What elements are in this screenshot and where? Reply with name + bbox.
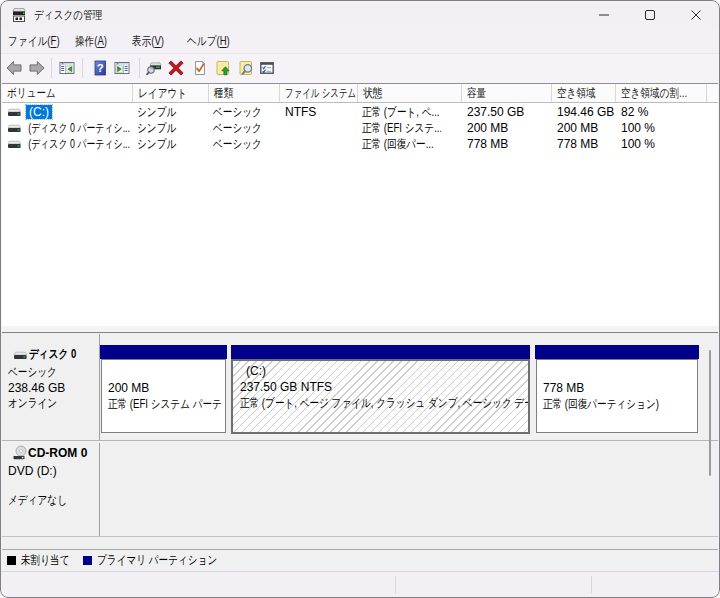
delete-volume-button[interactable] — [165, 56, 187, 79]
menu-label-pre: 表示( — [132, 34, 154, 48]
column-header-label: 容量 — [467, 84, 486, 102]
status-bar — [0, 571, 720, 598]
disk0-row: ディスク 0 ベーシック 238.46 GB オンライン 200 MB 正常 (… — [2, 334, 718, 441]
column-header-layout[interactable]: レイアウト — [133, 84, 209, 102]
menu-label-pre: ファイル( — [8, 34, 51, 48]
menu-file[interactable]: ファイル(F) — [8, 30, 60, 53]
volume-list: ボリューム レイアウト 種類 ファイル システム 状態 容量 空き領域 空き領域… — [2, 84, 718, 326]
menu-label-post: ) — [227, 34, 230, 48]
help-button[interactable]: ? — [89, 56, 111, 79]
disk0-type: ベーシック — [8, 365, 57, 380]
column-header-filesystem[interactable]: ファイル システム — [280, 84, 358, 102]
cell-type: ベーシック — [209, 136, 266, 152]
properties-button[interactable] — [256, 56, 278, 79]
explore-magnifier-icon — [238, 60, 254, 76]
menu-label-post: ) — [56, 34, 59, 48]
column-header-type[interactable]: 種類 — [209, 84, 280, 102]
menu-help[interactable]: ヘルプ(H) — [187, 30, 230, 53]
minimize-icon — [599, 10, 609, 20]
menu-action[interactable]: 操作(A) — [75, 30, 107, 53]
disk0-panel[interactable]: ディスク 0 ベーシック 238.46 GB オンライン — [2, 334, 100, 440]
back-button[interactable] — [3, 56, 25, 79]
legend-label-primary-partition: プライマリ パーティション — [97, 550, 217, 571]
show-console-tree-button[interactable] — [56, 56, 78, 79]
minimize-button[interactable] — [581, 1, 627, 29]
hard-disk-icon — [6, 136, 22, 152]
column-header-status[interactable]: 状態 — [358, 84, 462, 102]
partition-label — [108, 364, 225, 380]
rescan-disks-button[interactable] — [143, 56, 165, 79]
cell-free-percent: 100 % — [616, 120, 707, 136]
legend-label-unallocated: 未割り当て — [21, 550, 69, 571]
column-header-volume[interactable]: ボリューム — [2, 84, 133, 102]
column-header-capacity[interactable]: 容量 — [462, 84, 552, 102]
legend-swatch-unallocated — [7, 556, 16, 565]
cell-free-percent: 82 % — [616, 104, 707, 120]
status-bar-separator — [591, 576, 592, 594]
cell-filesystem — [280, 136, 358, 152]
hard-disk-icon — [6, 104, 22, 120]
action-pane-icon — [114, 60, 130, 76]
cell-type: ベーシック — [209, 104, 266, 120]
volume-row-c[interactable]: (C:) シンプル ベーシック NTFS 正常 (ブート, ペ... 237.5… — [2, 104, 718, 120]
cell-filesystem — [280, 120, 358, 136]
volume-name: (ディスク 0 パーティシ... — [26, 121, 132, 135]
cell-capacity: 237.50 GB — [462, 104, 552, 120]
disk0-status: オンライン — [8, 396, 57, 411]
open-button[interactable] — [212, 56, 234, 79]
toolbar-separator — [51, 58, 52, 78]
explore-button[interactable] — [235, 56, 257, 79]
column-header-label: 空き領域の割... — [621, 84, 687, 102]
column-header-free-percent[interactable]: 空き領域の割... — [616, 84, 707, 102]
forward-button[interactable] — [26, 56, 48, 79]
cell-free-space: 200 MB — [552, 120, 616, 136]
column-header-label: ファイル システム — [285, 84, 356, 102]
partition-efi-body: 200 MB 正常 (EFI システム パーテ — [101, 359, 226, 433]
menu-label-post: ) — [161, 34, 164, 48]
delete-x-icon — [168, 60, 184, 76]
hard-disk-icon — [12, 347, 28, 363]
check-document-icon — [192, 60, 208, 76]
title-bar: ディスクの管理 — [0, 0, 720, 30]
toolbar-separator — [139, 58, 140, 78]
cell-free-percent: 100 % — [616, 136, 707, 152]
partition-color-bar — [231, 345, 530, 359]
partition-color-bar — [535, 345, 699, 359]
partition-recovery[interactable]: 778 MB 正常 (回復パーティション) — [535, 345, 699, 434]
window-title: ディスクの管理 — [34, 0, 102, 30]
column-header-free-space[interactable]: 空き領域 — [552, 84, 616, 102]
show-action-pane-button[interactable] — [111, 56, 133, 79]
cdrom0-name: CD-ROM 0 — [28, 446, 87, 460]
cdrom0-panel[interactable]: CD-ROM 0 DVD (D:) メディアなし — [2, 443, 100, 536]
partition-size: 778 MB — [543, 380, 697, 396]
column-header-label: ボリューム — [7, 84, 56, 102]
check-document-button[interactable] — [189, 56, 211, 79]
content-top-border — [2, 83, 718, 84]
menu-view[interactable]: 表示(V) — [132, 30, 164, 53]
partition-recovery-body: 778 MB 正常 (回復パーティション) — [536, 359, 698, 433]
cell-type: ベーシック — [209, 120, 266, 136]
close-button[interactable] — [673, 1, 719, 29]
cell-layout: シンプル — [133, 104, 194, 120]
maximize-button[interactable] — [627, 1, 673, 29]
volume-row-efi[interactable]: (ディスク 0 パーティシ... シンプル ベーシック 正常 (EFI システ.… — [2, 120, 718, 136]
column-header-label: 状態 — [363, 84, 382, 102]
volume-row-recovery[interactable]: (ディスク 0 パーティシ... シンプル ベーシック 正常 (回復パー... … — [2, 136, 718, 152]
cell-capacity: 778 MB — [462, 136, 552, 152]
volume-list-header: ボリューム レイアウト 種類 ファイル システム 状態 容量 空き領域 空き領域… — [2, 84, 718, 103]
cdrom0-row: CD-ROM 0 DVD (D:) メディアなし — [2, 443, 718, 537]
partition-efi[interactable]: 200 MB 正常 (EFI システム パーテ — [100, 345, 227, 434]
column-header-label: レイアウト — [138, 84, 187, 102]
cell-status: 正常 (回復パー... — [358, 136, 441, 152]
pane-splitter[interactable] — [2, 326, 718, 333]
vertical-scrollbar-thumb[interactable] — [709, 350, 711, 476]
partition-size: 237.50 GB NTFS — [240, 379, 528, 395]
properties-dialog-icon — [259, 60, 275, 76]
partition-c[interactable]: (C:) 237.50 GB NTFS 正常 (ブート, ページ ファイル, ク… — [231, 345, 530, 434]
cell-free-space: 778 MB — [552, 136, 616, 152]
partition-color-bar — [100, 345, 227, 359]
partition-label: (C:) — [240, 363, 528, 379]
menu-label-pre: 操作( — [75, 34, 97, 48]
partition-status: 正常 (EFI システム パーテ — [108, 396, 222, 412]
cell-layout: シンプル — [133, 120, 194, 136]
